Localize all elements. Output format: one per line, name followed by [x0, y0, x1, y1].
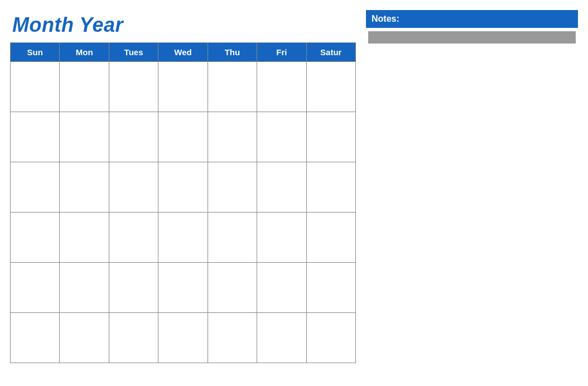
calendar-cell[interactable] [257, 263, 306, 313]
calendar-cell[interactable] [208, 62, 257, 112]
calendar-cell[interactable] [257, 112, 306, 162]
calendar-cell[interactable] [158, 162, 208, 213]
calendar-cell[interactable] [257, 162, 306, 213]
calendar-cell[interactable] [60, 112, 109, 162]
calendar-cell[interactable] [11, 162, 60, 213]
calendar-cell[interactable] [257, 313, 306, 363]
calendar-cell[interactable] [109, 62, 158, 112]
calendar-cell[interactable] [257, 62, 306, 112]
calendar-cell[interactable] [306, 112, 355, 162]
calendar-cell[interactable] [208, 213, 257, 263]
calendar-cell[interactable] [208, 162, 257, 213]
calendar-day-header: Wed [158, 43, 208, 62]
calendar-row [11, 263, 356, 313]
calendar-cell[interactable] [109, 213, 158, 263]
notes-lines [366, 28, 578, 47]
notes-header: Notes: [366, 10, 578, 28]
calendar-header-row: SunMonTuesWedThuFriSatur [11, 43, 356, 62]
calendar-row [11, 213, 356, 263]
calendar-cell[interactable] [306, 313, 355, 363]
calendar-day-header: Mon [60, 43, 109, 62]
calendar-cell[interactable] [158, 213, 208, 263]
calendar-cell[interactable] [11, 112, 60, 162]
calendar-cell[interactable] [158, 263, 208, 313]
notes-section: Notes: [366, 10, 578, 47]
calendar-cell[interactable] [11, 62, 60, 112]
calendar-day-header: Thu [208, 43, 257, 62]
calendar-cell[interactable] [208, 263, 257, 313]
calendar-cell[interactable] [11, 263, 60, 313]
calendar-day-header: Fri [257, 43, 306, 62]
calendar-cell[interactable] [11, 213, 60, 263]
calendar-cell[interactable] [208, 313, 257, 363]
calendar-title: Month Year [10, 10, 356, 42]
calendar-cell[interactable] [158, 313, 208, 363]
calendar-row [11, 62, 356, 112]
calendar-cell[interactable] [60, 313, 109, 363]
calendar-day-header: Satur [306, 43, 355, 62]
calendar-cell[interactable] [208, 112, 257, 162]
calendar-cell[interactable] [109, 263, 158, 313]
calendar-cell[interactable] [60, 62, 109, 112]
calendar-cell[interactable] [11, 313, 60, 363]
calendar-section: Month Year SunMonTuesWedThuFriSatur [10, 10, 356, 363]
calendar-day-header: Sun [11, 43, 60, 62]
calendar-cell[interactable] [60, 162, 109, 213]
calendar-row [11, 313, 356, 363]
calendar-cell[interactable] [109, 112, 158, 162]
calendar-cell[interactable] [158, 112, 208, 162]
note-line[interactable] [368, 43, 576, 44]
calendar-cell[interactable] [158, 62, 208, 112]
calendar-cell[interactable] [60, 263, 109, 313]
calendar-grid: SunMonTuesWedThuFriSatur [10, 42, 356, 363]
calendar-cell[interactable] [60, 213, 109, 263]
calendar-cell[interactable] [306, 263, 355, 313]
calendar-cell[interactable] [257, 213, 306, 263]
calendar-cell[interactable] [109, 162, 158, 213]
calendar-row [11, 162, 356, 213]
calendar-cell[interactable] [306, 162, 355, 213]
calendar-cell[interactable] [306, 213, 355, 263]
calendar-row [11, 112, 356, 162]
calendar-cell[interactable] [109, 313, 158, 363]
calendar-cell[interactable] [306, 62, 355, 112]
calendar-day-header: Tues [109, 43, 158, 62]
